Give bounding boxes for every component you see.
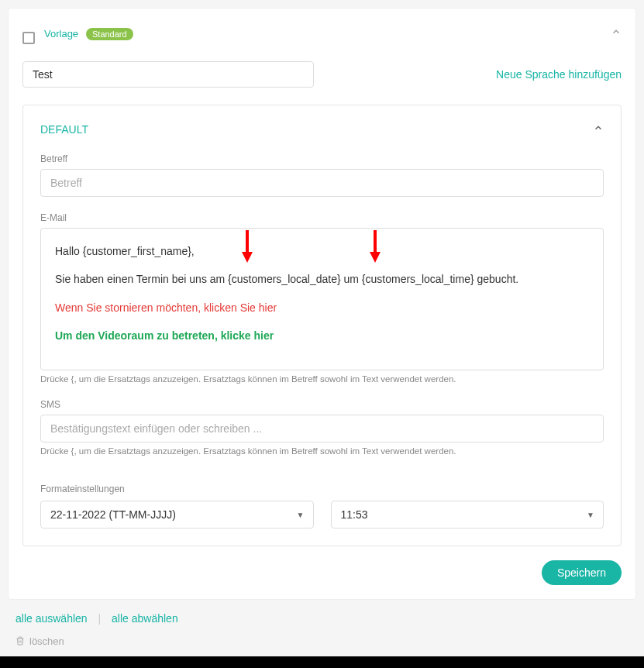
template-name-input[interactable] <box>22 61 314 88</box>
trash-icon <box>15 635 25 646</box>
default-language-panel: DEFAULT Betreff E-Mail Hallo {customer_f… <box>22 105 622 546</box>
panel-title: DEFAULT <box>40 123 88 136</box>
delete-link[interactable]: löschen <box>0 631 644 647</box>
email-cancel-link: Wenn Sie stornieren möchten, klicken Sie… <box>55 299 589 316</box>
add-language-link[interactable]: Neue Sprache hinzufügen <box>496 68 622 81</box>
sms-label: SMS <box>40 399 604 410</box>
email-body: Sie haben einen Termin bei uns am {custo… <box>55 270 589 288</box>
sms-hint: Drücke {, um die Ersatztags anzuzeigen. … <box>40 446 604 456</box>
template-label: Vorlage <box>44 28 78 40</box>
select-template-checkbox[interactable] <box>22 32 35 44</box>
date-format-select[interactable]: 22-11-2022 (TT-MM-JJJJ) <box>40 501 314 529</box>
subject-input[interactable] <box>40 169 604 197</box>
collapse-card-icon[interactable] <box>611 26 622 40</box>
subject-label: Betreff <box>40 153 604 164</box>
card-header: Vorlage Standard <box>22 22 622 44</box>
footer-bar <box>0 656 644 668</box>
template-card: Vorlage Standard Neue Sprache hinzufügen… <box>8 8 636 600</box>
standard-badge: Standard <box>86 28 133 40</box>
deselect-all-link[interactable]: alle abwählen <box>112 612 178 625</box>
footer-actions: alle auswählen | alle abwählen <box>0 600 644 631</box>
email-hint: Drücke {, um die Ersatztags anzuzeigen. … <box>40 374 604 384</box>
email-video-link: Um den Videoraum zu betreten, klicke hie… <box>55 327 589 344</box>
collapse-panel-icon[interactable] <box>593 122 604 136</box>
save-button[interactable]: Speichern <box>542 560 622 585</box>
time-format-select[interactable]: 11:53 <box>331 501 604 529</box>
email-editor[interactable]: Hallo {customer_first_name}, Sie haben e… <box>40 228 604 370</box>
email-label: E-Mail <box>40 212 604 223</box>
format-label: Formateinstellungen <box>40 484 604 494</box>
select-all-link[interactable]: alle auswählen <box>15 612 88 625</box>
email-greeting: Hallo {customer_first_name}, <box>55 243 589 260</box>
sms-input[interactable] <box>40 415 604 442</box>
delete-label: löschen <box>29 635 64 647</box>
